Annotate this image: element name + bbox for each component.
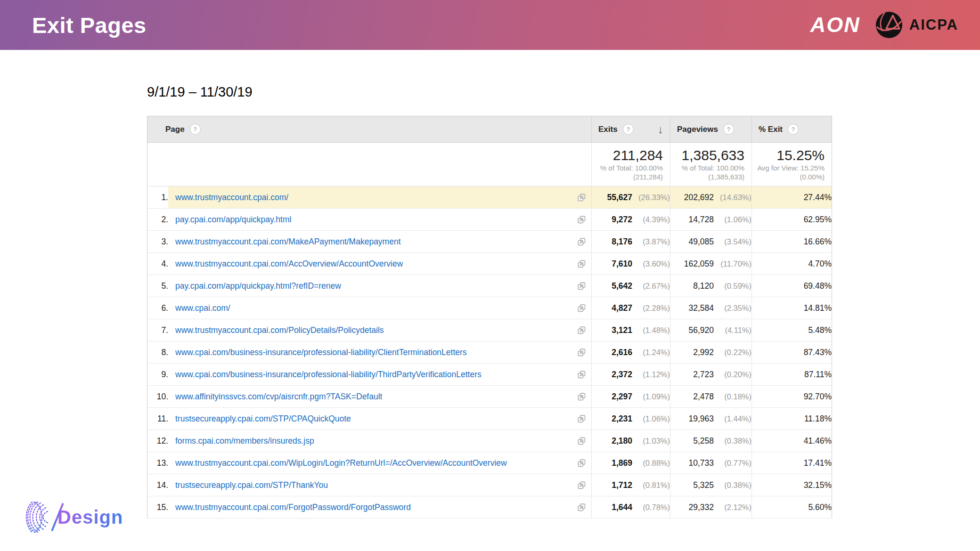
page-link[interactable]: www.trustmyaccount.cpai.com/WipLogin/Log… <box>175 458 507 468</box>
percent-exit-cell: 92.70% <box>752 386 832 408</box>
column-header-percent-exit[interactable]: % Exit ? <box>752 116 832 143</box>
page-link[interactable]: forms.cpai.com/members/insureds.jsp <box>175 436 314 446</box>
row-number: 12. <box>147 430 168 452</box>
exits-value: 1,712 <box>612 480 632 490</box>
exits-cell: 4,827(2.28%) <box>592 297 670 319</box>
totals-exits-percent-of-total: % of Total: 100.00% <box>592 163 663 172</box>
page-link[interactable]: www.trustmyaccount.cpai.com/ForgotPasswo… <box>175 502 411 512</box>
percent-exit-cell: 32.15% <box>752 474 832 496</box>
open-in-new-icon[interactable] <box>578 238 586 246</box>
open-in-new-icon[interactable] <box>578 282 586 290</box>
percent-exit-cell: 17.41% <box>752 452 832 474</box>
page-link[interactable]: www.trustmyaccount.cpai.com/MakeAPayment… <box>175 237 401 247</box>
column-label-percent-exit: % Exit <box>759 125 783 134</box>
open-in-new-icon[interactable] <box>578 481 586 489</box>
aon-logo: AON <box>810 13 860 37</box>
percent-exit-cell: 4.70% <box>752 253 832 275</box>
totals-pageviews-value: 1,385,633 <box>671 147 744 163</box>
open-in-new-icon[interactable] <box>578 393 586 401</box>
page-cell: 8.www.cpai.com/business-insurance/profes… <box>147 341 592 364</box>
pageviews-value: 162,059 <box>684 259 714 268</box>
column-header-pageviews[interactable]: Pageviews ? <box>670 116 752 143</box>
help-icon[interactable]: ? <box>190 124 201 135</box>
pageviews-cell: 5,325(0.38%) <box>670 474 752 496</box>
date-range: 9/1/19 – 11/30/19 <box>147 84 980 100</box>
page-cell: 9.www.cpai.com/business-insurance/profes… <box>147 364 592 386</box>
help-icon[interactable]: ? <box>723 124 734 135</box>
page-cell: 12.forms.cpai.com/members/insureds.jsp <box>147 430 592 452</box>
page-cell: 11.trustsecureapply.cpai.com/STP/CPAQuic… <box>147 408 592 430</box>
column-label-page: Page <box>165 125 185 134</box>
open-in-new-icon[interactable] <box>578 437 586 445</box>
column-header-page[interactable]: Page ? <box>147 116 592 143</box>
pageviews-percent: (0.38%) <box>714 437 751 446</box>
percent-exit-cell: 5.60% <box>752 496 832 519</box>
pageviews-cell: 14,728(1.06%) <box>670 209 752 231</box>
pageviews-cell: 162,059(11.70%) <box>670 253 752 275</box>
totals-pageviews-cell: 1,385,633 % of Total: 100.00% (1,385,633… <box>670 143 752 186</box>
exits-cell: 3,121(1.48%) <box>592 319 670 341</box>
pageviews-value: 14,728 <box>688 215 714 224</box>
pageviews-value: 8,120 <box>693 281 714 291</box>
open-in-new-icon[interactable] <box>578 459 586 467</box>
page-cell: 13.www.trustmyaccount.cpai.com/WipLogin/… <box>147 452 592 474</box>
open-in-new-icon[interactable] <box>578 260 586 268</box>
exits-value: 55,627 <box>607 193 632 202</box>
open-in-new-icon[interactable] <box>578 194 586 202</box>
page-link[interactable]: www.cpai.com/ <box>175 303 230 313</box>
open-in-new-icon[interactable] <box>578 503 586 511</box>
totals-pageviews-percent-of-total: % of Total: 100.00% <box>671 163 744 172</box>
page-link[interactable]: pay.cpai.com/app/quickpay.html?refID=ren… <box>175 281 341 291</box>
exits-percent: (4.39%) <box>632 215 670 224</box>
open-in-new-icon[interactable] <box>578 371 586 379</box>
exits-cell: 7,610(3.60%) <box>592 253 670 275</box>
page-link[interactable]: www.trustmyaccount.cpai.com/PolicyDetail… <box>175 325 384 335</box>
help-icon[interactable]: ? <box>788 124 799 135</box>
open-in-new-icon[interactable] <box>578 326 586 334</box>
pageviews-percent: (1.44%) <box>714 414 751 423</box>
row-number: 6. <box>147 297 168 319</box>
exits-value: 2,616 <box>612 348 632 357</box>
page-title: Exit Pages <box>32 12 147 38</box>
help-icon[interactable]: ? <box>623 124 634 135</box>
totals-percent-exit-value: 15.25% <box>752 147 825 163</box>
page-link[interactable]: trustsecureapply.cpai.com/STP/CPAQuickQu… <box>175 414 351 424</box>
pageviews-value: 29,332 <box>688 502 714 512</box>
pageviews-cell: 2,478(0.18%) <box>670 386 752 408</box>
page-link[interactable]: pay.cpai.com/app/quickpay.html <box>175 215 291 225</box>
page-link[interactable]: www.cpai.com/business-insurance/professi… <box>175 370 482 380</box>
exits-cell: 2,297(1.09%) <box>592 386 670 408</box>
exits-percent: (0.88%) <box>632 459 670 468</box>
page-cell: 14.trustsecureapply.cpai.com/STP/ThankYo… <box>147 474 592 496</box>
page-cell: 7.www.trustmyaccount.cpai.com/PolicyDeta… <box>147 319 592 341</box>
row-number: 11. <box>147 408 168 429</box>
exits-value: 7,610 <box>612 259 632 268</box>
pageviews-value: 2,992 <box>693 348 714 357</box>
page-link[interactable]: www.trustmyaccount.cpai.com/AccOverview/… <box>175 259 403 269</box>
page-link[interactable]: www.affinityinssvcs.com/cvp/aisrcnfr.pgm… <box>175 392 382 402</box>
banner-logos: AON AICPA <box>810 11 958 39</box>
exits-value: 9,272 <box>612 215 632 224</box>
totals-percent-exit-cell: 15.25% Avg for View: 15.25% (0.00%) <box>752 143 832 186</box>
exits-value: 3,121 <box>612 325 632 335</box>
pageviews-value: 202,692 <box>684 193 714 202</box>
exits-percent: (3.60%) <box>632 259 670 268</box>
pageviews-cell: 49,085(3.54%) <box>670 231 752 253</box>
percent-exit-cell: 16.66% <box>752 231 832 253</box>
page-link[interactable]: trustsecureapply.cpai.com/STP/ThankYou <box>175 480 328 490</box>
table-row: 4.www.trustmyaccount.cpai.com/AccOvervie… <box>147 253 832 275</box>
exits-percent: (3.87%) <box>632 237 670 246</box>
page-link[interactable]: www.trustmyaccount.cpai.com/ <box>175 193 288 203</box>
pageviews-percent: (0.77%) <box>714 459 751 468</box>
column-header-exits[interactable]: Exits ? ↓ <box>592 116 670 143</box>
page-cell: 1.www.trustmyaccount.cpai.com/ <box>147 186 592 209</box>
open-in-new-icon[interactable] <box>578 304 586 312</box>
table-row: 6.www.cpai.com/4,827(2.28%)32,584(2.35%)… <box>147 297 832 319</box>
open-in-new-icon[interactable] <box>578 348 586 357</box>
page-link[interactable]: www.cpai.com/business-insurance/professi… <box>175 348 467 357</box>
aicpa-logo-text: AICPA <box>909 16 958 33</box>
table-row: 10.www.affinityinssvcs.com/cvp/aisrcnfr.… <box>147 386 832 408</box>
open-in-new-icon[interactable] <box>578 415 586 423</box>
open-in-new-icon[interactable] <box>578 216 586 224</box>
header-banner: Exit Pages AON AICPA <box>0 0 980 50</box>
